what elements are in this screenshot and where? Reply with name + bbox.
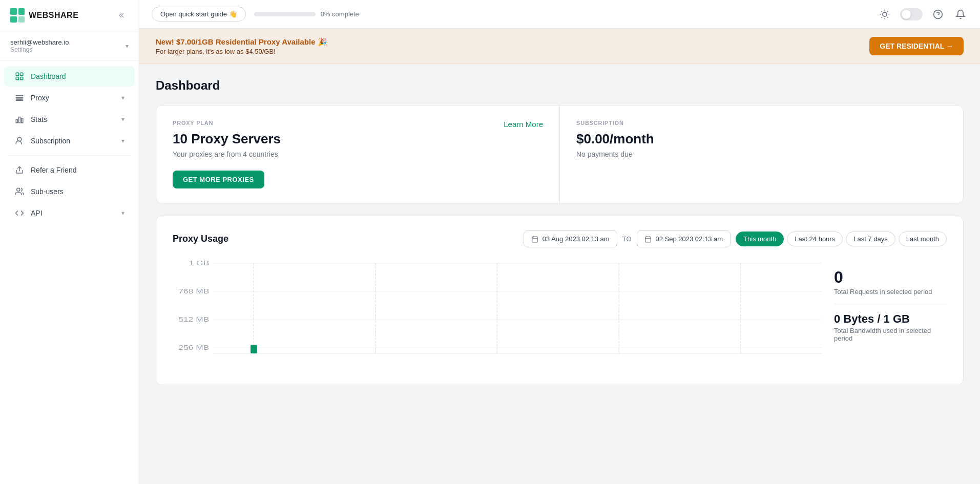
dark-mode-toggle[interactable] (900, 8, 923, 20)
sidebar-item-proxy[interactable]: Proxy ▾ (4, 88, 135, 108)
subscription-card-label: SUBSCRIPTION (576, 120, 947, 126)
svg-rect-46 (251, 345, 257, 354)
svg-rect-6 (16, 100, 23, 101)
svg-rect-5 (16, 97, 23, 98)
total-requests-label: Total Requests in selected period (834, 288, 947, 296)
bandwidth-label: Total Bandwidth used in selected period (834, 327, 947, 342)
subusers-icon (14, 186, 25, 197)
subscription-price: $0.00/month (576, 131, 947, 147)
proxy-icon (14, 93, 25, 103)
proxy-chevron-icon: ▾ (121, 94, 124, 101)
get-residential-button[interactable]: GET RESIDENTIAL → (869, 37, 964, 55)
stat-divider (834, 304, 947, 304)
filter-last-7-label: Last 7 days (853, 235, 888, 243)
date-to-picker[interactable]: 02 Sep 2023 02:13 am (637, 230, 731, 247)
svg-text:512 MB: 512 MB (178, 316, 209, 323)
date-from-value: 03 Aug 2023 02:13 am (543, 235, 610, 243)
proxy-usage-section: Proxy Usage 03 Aug 2023 02:13 am TO 02 S… (156, 216, 964, 385)
proxy-plan-card: PROXY PLAN 10 Proxy Servers Your proxies… (156, 106, 559, 203)
quick-start-label: Open quick start guide 👋 (160, 10, 237, 18)
svg-rect-2 (16, 77, 18, 80)
svg-line-20 (882, 17, 882, 17)
svg-rect-3 (20, 77, 23, 80)
dashboard-icon (14, 71, 25, 81)
sidebar-item-api[interactable]: API ▾ (4, 203, 135, 223)
topbar-right (878, 7, 968, 22)
sidebar-item-dashboard[interactable]: Dashboard (4, 66, 135, 87)
page-title: Dashboard (156, 78, 964, 93)
summary-cards: PROXY PLAN 10 Proxy Servers Your proxies… (156, 105, 964, 203)
time-filter-group: This month Last 24 hours Last 7 days Las… (736, 232, 947, 246)
filter-last-month-label: Last month (906, 235, 939, 243)
main-content: Open quick start guide 👋 0% complete (139, 0, 980, 484)
logo-text: WEBSHARE (29, 11, 78, 20)
stats-icon (14, 114, 25, 124)
svg-rect-28 (645, 237, 651, 242)
filter-last-month[interactable]: Last month (899, 232, 947, 246)
get-residential-label: GET RESIDENTIAL → (880, 42, 953, 50)
user-settings-label: Settings (10, 46, 121, 53)
filter-this-month[interactable]: This month (736, 232, 784, 246)
svg-rect-9 (22, 118, 23, 123)
chart-stats: 0 Total Requests in selected period 0 By… (834, 258, 947, 370)
svg-rect-24 (532, 237, 538, 242)
topbar-left: Open quick start guide 👋 0% complete (152, 7, 359, 22)
svg-rect-4 (16, 95, 23, 96)
chart-container: 1 GB 768 MB 512 MB 256 MB (173, 258, 822, 370)
filter-last-7-days[interactable]: Last 7 days (846, 232, 895, 246)
subscription-icon (14, 136, 25, 146)
sidebar-logo-area: WEBSHARE (0, 0, 139, 31)
usage-title: Proxy Usage (173, 234, 228, 244)
theme-toggle-button[interactable] (878, 7, 892, 22)
progress-container: 0% complete (254, 10, 359, 18)
sidebar-item-dashboard-label: Dashboard (31, 72, 124, 80)
nav-divider (8, 155, 131, 156)
sidebar-item-subusers[interactable]: Sub-users (4, 181, 135, 202)
get-more-proxies-button[interactable]: GET MORE PROXIES (173, 171, 264, 188)
toggle-thumb (902, 10, 911, 19)
sidebar-item-subscription-label: Subscription (31, 137, 115, 145)
svg-line-16 (882, 11, 882, 11)
svg-text:256 MB: 256 MB (178, 344, 209, 351)
calendar-icon (531, 236, 538, 243)
progress-text: 0% complete (321, 10, 359, 18)
chart-area: 1 GB 768 MB 512 MB 256 MB (173, 258, 947, 370)
filter-this-month-label: This month (743, 235, 776, 243)
user-info: serhii@webshare.io Settings (10, 38, 121, 53)
svg-point-12 (17, 188, 20, 191)
banner-text: New! $7.00/1GB Residential Proxy Availab… (156, 37, 327, 55)
svg-rect-1 (20, 73, 23, 75)
filter-last-24-label: Last 24 hours (795, 235, 835, 243)
user-menu-chevron-icon: ▾ (126, 43, 129, 50)
sidebar-item-stats[interactable]: Stats ▾ (4, 109, 135, 130)
date-from-picker[interactable]: 03 Aug 2023 02:13 am (524, 230, 617, 247)
svg-line-21 (887, 11, 888, 11)
help-button[interactable] (931, 7, 945, 22)
calendar-to-icon (644, 236, 652, 243)
topbar: Open quick start guide 👋 0% complete (139, 0, 980, 29)
sidebar-item-subusers-label: Sub-users (31, 187, 124, 196)
svg-point-13 (883, 12, 887, 16)
sidebar-item-refer[interactable]: Refer a Friend (4, 160, 135, 180)
proxy-plan-title: 10 Proxy Servers (173, 131, 543, 147)
sidebar-item-api-label: API (31, 209, 115, 217)
notifications-button[interactable] (953, 7, 968, 22)
get-more-proxies-label: GET MORE PROXIES (183, 176, 254, 183)
banner-title: New! $7.00/1GB Residential Proxy Availab… (156, 37, 327, 47)
bandwidth-value: 0 Bytes / 1 GB (834, 312, 947, 326)
subscription-chevron-icon: ▾ (121, 137, 124, 144)
api-chevron-icon: ▾ (121, 209, 124, 217)
svg-text:1 GB: 1 GB (189, 260, 210, 267)
user-menu[interactable]: serhii@webshare.io Settings ▾ (0, 31, 139, 61)
user-email: serhii@webshare.io (10, 38, 121, 46)
sidebar-collapse-button[interactable] (116, 9, 129, 22)
learn-more-link[interactable]: Learn More (504, 120, 543, 129)
svg-line-17 (887, 17, 888, 17)
sidebar-item-subscription[interactable]: Subscription ▾ (4, 131, 135, 151)
subscription-card: SUBSCRIPTION $0.00/month No payments due (559, 106, 963, 203)
usage-controls: 03 Aug 2023 02:13 am TO 02 Sep 2023 02:1… (524, 230, 947, 247)
filter-last-24-hours[interactable]: Last 24 hours (787, 232, 843, 246)
quick-start-button[interactable]: Open quick start guide 👋 (152, 7, 246, 22)
sidebar-item-refer-label: Refer a Friend (31, 166, 124, 174)
api-icon (14, 208, 25, 218)
